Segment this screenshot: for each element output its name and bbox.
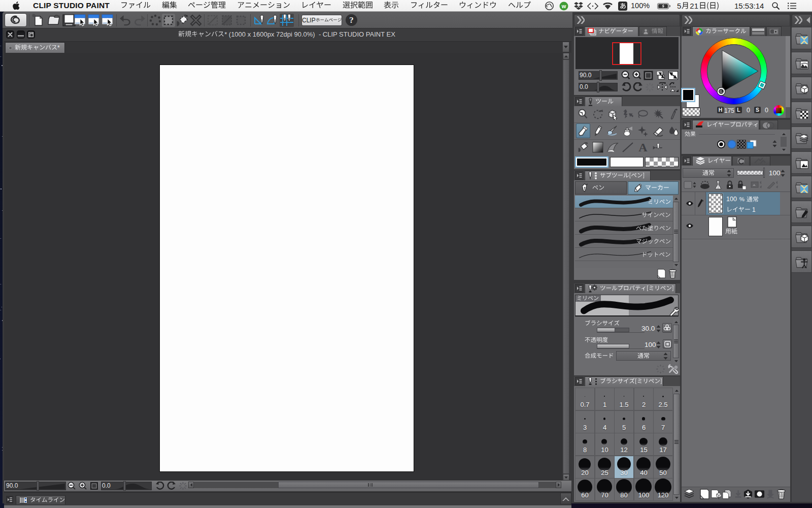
svg-text:A: A [638, 142, 648, 153]
svg-text:w: w [561, 3, 566, 9]
